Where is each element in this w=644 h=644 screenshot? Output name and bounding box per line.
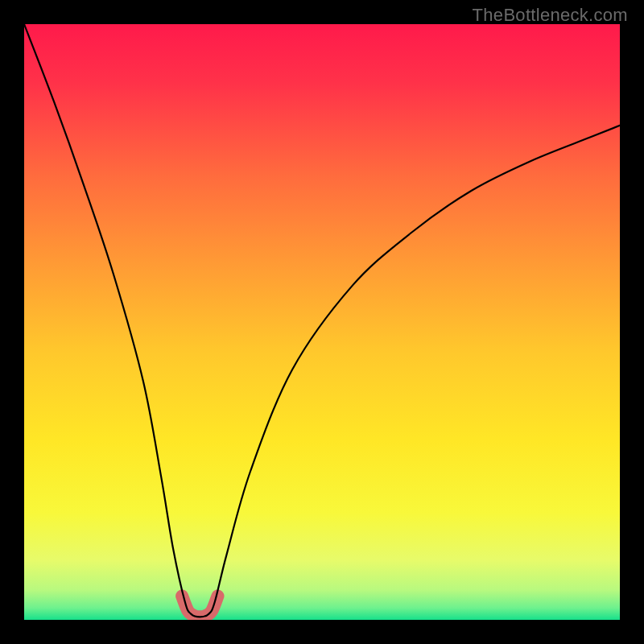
curve-layer [24, 24, 620, 620]
highlight-band [182, 596, 217, 617]
watermark-text: TheBottleneck.com [473, 5, 628, 26]
plot-area [24, 24, 620, 620]
bottleneck-curve [24, 24, 620, 617]
chart-frame: TheBottleneck.com [0, 0, 644, 644]
